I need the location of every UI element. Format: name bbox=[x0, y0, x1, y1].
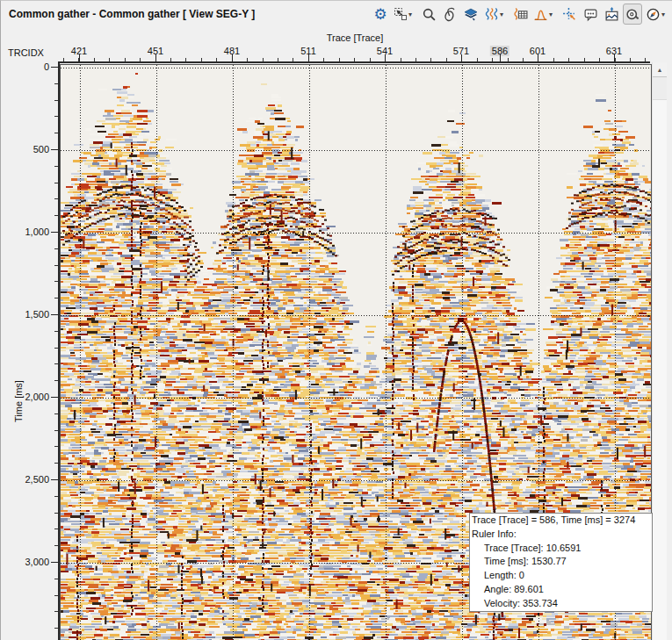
app-window: Common gather - Common gather [ View SEG… bbox=[0, 0, 672, 640]
x-tick-mark bbox=[614, 54, 615, 61]
y-tick-label: 3,000 bbox=[5, 557, 49, 567]
y-tick-mark bbox=[51, 232, 58, 233]
y-tick-mark bbox=[51, 479, 58, 480]
title-bar: Common gather - Common gather [ View SEG… bbox=[1, 1, 672, 27]
layers-button[interactable] bbox=[461, 4, 481, 25]
tooltip-row-time: Time [ms]: 1530.77 bbox=[472, 555, 650, 569]
chevron-down-icon[interactable]: ▾ bbox=[408, 11, 415, 18]
trace-table-button[interactable] bbox=[510, 4, 530, 25]
corner-label: TRCIDX bbox=[8, 47, 44, 58]
wiggle-traces-icon bbox=[484, 7, 499, 22]
tooltip-ruler-header: Ruler Info: bbox=[472, 528, 650, 542]
tooltip-position-line: Trace [Trace] = 586, Time [ms] = 3274 bbox=[472, 514, 650, 528]
ruler-tooltip: Trace [Trace] = 586, Time [ms] = 3274 Ru… bbox=[469, 513, 653, 612]
gear-icon: ⚙ bbox=[373, 7, 387, 22]
x-tick-mark bbox=[308, 54, 309, 61]
y-tick-mark bbox=[51, 397, 58, 398]
tooltip-row-trace: Trace [Trace]: 10.6591 bbox=[472, 542, 650, 556]
zoom-button[interactable] bbox=[419, 4, 438, 25]
mouse-mode-button[interactable] bbox=[440, 4, 459, 25]
fit-arrow-icon bbox=[394, 7, 408, 21]
window-title: Common gather - Common gather [ View SEG… bbox=[1, 8, 255, 20]
compass-button[interactable]: ▾ bbox=[644, 4, 670, 25]
scrollbar-up-button[interactable]: ▲ bbox=[653, 62, 667, 77]
x-tick-mark bbox=[155, 54, 156, 61]
vertical-scrollbar[interactable]: ▲ bbox=[652, 62, 667, 640]
x-tick-mark bbox=[79, 54, 80, 61]
x-tick-mark bbox=[538, 54, 538, 61]
y-tick-mark bbox=[51, 149, 58, 150]
y-tick-label: 500 bbox=[5, 144, 49, 155]
mouse-icon bbox=[443, 7, 458, 22]
fit-view-button[interactable]: ▾ bbox=[392, 4, 417, 25]
trace-display-button[interactable]: ▾ bbox=[482, 4, 509, 25]
tooltip-row-velocity: Velocity: 353.734 bbox=[472, 597, 650, 611]
x-cursor-tick-mark bbox=[500, 54, 501, 61]
x-minor-ticks bbox=[63, 58, 650, 61]
speech-bubble-icon bbox=[583, 7, 598, 22]
y-tick-label: 1,000 bbox=[5, 227, 49, 237]
amplitude-curve-button[interactable]: ▾ bbox=[531, 4, 558, 25]
chevron-down-icon[interactable]: ▾ bbox=[500, 11, 507, 18]
compass-icon bbox=[646, 7, 661, 22]
image-export-icon bbox=[604, 7, 619, 22]
chevron-down-icon[interactable]: ▾ bbox=[549, 11, 556, 18]
y-tick-label: 2,000 bbox=[5, 392, 49, 402]
magnifier-icon bbox=[422, 7, 437, 22]
y-tick-label: 1,500 bbox=[5, 309, 49, 320]
x-tick-mark bbox=[232, 54, 233, 61]
toolbar: ⚙ ▾ bbox=[371, 3, 670, 25]
tape-measure-icon bbox=[625, 7, 640, 22]
scrollbar-thumb[interactable] bbox=[653, 77, 667, 100]
table-wiggle-icon bbox=[513, 7, 528, 22]
x-tick-mark bbox=[461, 54, 462, 61]
crosshair-icon bbox=[562, 7, 577, 22]
y-minor-ticks bbox=[54, 67, 58, 640]
x-axis-title: Trace [Trace] bbox=[223, 32, 487, 43]
y-tick-label: 0 bbox=[5, 61, 49, 72]
tooltip-row-length: Length: 0 bbox=[472, 569, 650, 583]
tooltip-row-angle: Angle: 89.601 bbox=[472, 583, 650, 597]
ruler-button[interactable] bbox=[623, 4, 642, 25]
crosshair-button[interactable] bbox=[560, 4, 579, 25]
x-axis-line bbox=[58, 61, 650, 63]
x-tick-mark bbox=[385, 54, 386, 61]
y-tick-mark bbox=[51, 314, 58, 315]
export-image-button[interactable] bbox=[602, 4, 621, 25]
chevron-down-icon[interactable]: ▾ bbox=[661, 11, 668, 18]
y-tick-label: 2,500 bbox=[5, 474, 49, 485]
layers-icon bbox=[463, 7, 479, 22]
y-tick-mark bbox=[51, 67, 58, 68]
tooltip-toggle-button[interactable] bbox=[581, 4, 600, 25]
settings-button[interactable]: ⚙ bbox=[371, 4, 390, 25]
curve-icon bbox=[533, 7, 548, 22]
y-tick-mark bbox=[51, 562, 58, 563]
